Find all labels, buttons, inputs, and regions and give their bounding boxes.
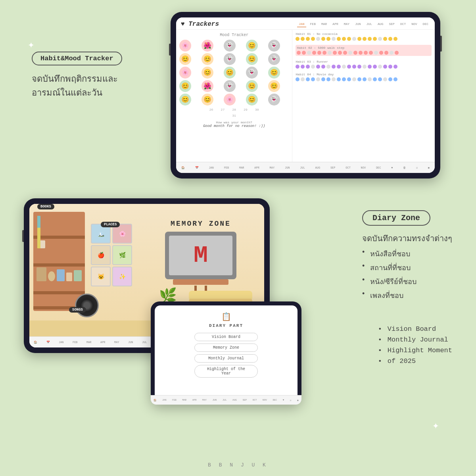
nav-check-icon[interactable]: ☑: [416, 166, 418, 169]
ipad-side-button-right: [440, 36, 442, 52]
bullet-places: สถานที่ที่ชอบ: [362, 262, 452, 273]
habit-1-label: Habit 01 : No cocacola: [296, 32, 432, 36]
frame-cute: 😺: [91, 267, 111, 286]
nav-calendar-icon[interactable]: 📅: [46, 341, 50, 344]
nav-home-icon[interactable]: 🏠: [181, 166, 185, 169]
mood-cell: 👻: [224, 53, 236, 65]
habit-dot: [363, 77, 367, 81]
month-jul[interactable]: JUL: [365, 21, 374, 27]
nav-trash-icon[interactable]: 🗑: [403, 166, 406, 169]
habit-dot: [368, 37, 372, 41]
nav-oct[interactable]: OCT: [345, 166, 351, 169]
mood-cell: 👻: [268, 94, 280, 106]
nav-may[interactable]: MAY: [202, 399, 207, 401]
nav-apr[interactable]: APR: [192, 399, 197, 401]
month-oct[interactable]: OCT: [399, 21, 407, 27]
nav-nov[interactable]: NOV: [361, 166, 366, 169]
habit-dot: [306, 77, 310, 81]
habit-dot: [326, 37, 330, 41]
month-aug[interactable]: AUG: [376, 21, 385, 27]
nav-jan[interactable]: JAN: [209, 166, 214, 169]
nav-heart-icon[interactable]: ♥: [391, 166, 393, 169]
mood-cell: 🌸: [179, 67, 191, 79]
nav-jan[interactable]: JAN: [162, 399, 167, 401]
habit-4-dots: [296, 77, 432, 81]
nav-aug[interactable]: AUG: [315, 166, 321, 169]
ipad-tracker-navbar: 🏠 📅 JAN FEB MAR APR MAY JUN JUL AUG SEP …: [176, 162, 435, 173]
habit-dot: [388, 37, 392, 41]
month-nov[interactable]: NOV: [410, 21, 418, 27]
mood-cell: 😊: [179, 80, 191, 92]
ipad-tracker-screen: ♥ Trackers JAN FEB MAR APR MAY JUN JUL A…: [176, 17, 435, 173]
nav-circle-icon[interactable]: ◉: [297, 399, 298, 401]
nav-dec[interactable]: DEC: [273, 399, 277, 401]
habit-row-2: Habit 02 : 5000 walk step: [296, 45, 432, 56]
bullet-year: of 2025: [378, 357, 452, 365]
nav-feb[interactable]: FEB: [172, 399, 177, 401]
bullet-vision-board: Vision Board: [378, 325, 452, 333]
habit-dot: [347, 65, 351, 69]
nav-oct[interactable]: OCT: [253, 399, 257, 401]
nav-nov[interactable]: NOV: [263, 399, 267, 401]
nav-calendar-icon[interactable]: 📅: [195, 166, 199, 169]
nav-sep[interactable]: SEP: [330, 166, 336, 169]
month-dec[interactable]: DEC: [421, 21, 430, 27]
nav-may[interactable]: MAY: [270, 166, 275, 169]
mood-cell: 🌺: [202, 80, 213, 92]
nav-jul[interactable]: JUL: [142, 341, 147, 344]
habit-dot: [343, 51, 347, 55]
mood-cell: 🌸: [224, 94, 236, 106]
nav-jun[interactable]: JUN: [128, 341, 133, 344]
nav-sep[interactable]: SEP: [242, 399, 247, 401]
bullet-highlight-moment: Highlight Moment: [378, 347, 452, 354]
nav-apr[interactable]: APR: [254, 166, 259, 169]
nav-heart-icon[interactable]: ♥: [283, 399, 284, 401]
diary-menu-monthly-journal[interactable]: Monthly Journal: [194, 354, 258, 363]
month-apr[interactable]: APR: [331, 21, 340, 27]
month-may[interactable]: MAY: [342, 21, 351, 27]
nav-check-icon[interactable]: ☑: [290, 399, 292, 401]
habit-4-label: Habit 04 : Movie day: [296, 73, 432, 76]
nav-jan[interactable]: JAN: [59, 341, 64, 344]
nav-jul[interactable]: JUL: [300, 166, 305, 169]
mood-cell: 😊: [202, 53, 213, 65]
nav-jun[interactable]: JUN: [212, 399, 217, 401]
habit-dot: [390, 51, 393, 55]
month-sep[interactable]: SEP: [387, 21, 396, 27]
bullet-movies: หนัง/ซีรีย์ที่ชอบ: [362, 276, 452, 287]
nav-dec[interactable]: DEC: [376, 166, 381, 169]
tv-screen: M: [169, 236, 232, 275]
nav-jun[interactable]: JUN: [285, 166, 290, 169]
habit-dot: [342, 65, 346, 69]
nav-may[interactable]: MAY: [114, 341, 119, 344]
diary-icon: 📋: [221, 312, 231, 322]
month-feb[interactable]: FEB: [309, 21, 317, 27]
month-jun[interactable]: JUN: [353, 21, 362, 27]
shelf-item: [74, 270, 82, 281]
sofa-back: [189, 291, 252, 299]
nav-mar[interactable]: MAR: [182, 399, 186, 401]
nav-mar[interactable]: MAR: [239, 166, 244, 169]
shelf-item: [48, 271, 55, 281]
habit-dot: [307, 51, 311, 55]
habit-dot: [311, 77, 315, 81]
diary-menu-memory-zone[interactable]: Memory Zone: [194, 344, 258, 352]
month-jan[interactable]: JAN: [297, 21, 306, 27]
nav-jul[interactable]: JUL: [223, 399, 227, 401]
habit-dot: [383, 37, 387, 41]
habit-dot: [311, 65, 315, 69]
habit-dot: [347, 37, 351, 41]
nav-aug[interactable]: AUG: [232, 399, 237, 401]
nav-feb[interactable]: FEB: [73, 341, 78, 344]
mood-cell: 😊: [246, 94, 258, 106]
habit-dot: [373, 37, 377, 41]
nav-mar[interactable]: MAR: [86, 341, 92, 344]
nav-apr[interactable]: APR: [100, 341, 106, 344]
nav-circle-icon[interactable]: ◉: [428, 166, 430, 169]
diary-menu-highlight[interactable]: Highlight of the Year: [194, 365, 258, 378]
diary-menu-vision-board[interactable]: Vision Board: [194, 333, 258, 341]
month-mar[interactable]: MAR: [320, 21, 328, 27]
nav-home-icon[interactable]: 🏠: [155, 399, 156, 401]
nav-home-icon[interactable]: 🏠: [34, 341, 37, 344]
nav-feb[interactable]: FEB: [224, 166, 229, 169]
